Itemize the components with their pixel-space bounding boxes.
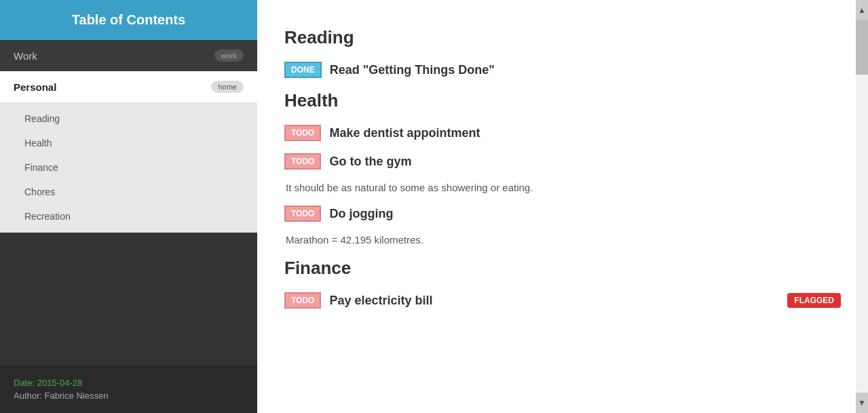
sidebar-section-personal-badge: home — [211, 81, 244, 93]
task-left: TODO Pay electricity bill — [284, 292, 433, 309]
task-note: Marathon = 42.195 kilometres. — [286, 234, 841, 245]
badge-todo: TODO — [284, 292, 321, 309]
badge-todo: TODO — [284, 153, 321, 170]
badge-done: DONE — [284, 62, 322, 78]
badge-todo: TODO — [284, 125, 321, 141]
task-text: Make dentist appointment — [329, 126, 480, 140]
footer-date: Date: 2015-04-28 — [14, 378, 244, 388]
section-heading-finance: Finance — [284, 258, 841, 279]
sidebar-subitems: Reading Health Finance Chores Recreation — [0, 102, 257, 233]
sidebar-item-recreation[interactable]: Recreation — [0, 204, 257, 229]
task-row: DONE Read "Getting Things Done" — [284, 62, 841, 78]
section-heading-health: Health — [284, 90, 841, 111]
sidebar-footer: Date: 2015-04-28 Author: Fabrice Niessen — [0, 366, 257, 413]
scroll-arrow-down[interactable]: ▼ — [856, 393, 868, 413]
task-row: TODO Make dentist appointment — [284, 125, 841, 141]
sidebar-header: Table of Contents — [0, 0, 257, 40]
sidebar-section-work-badge: work — [214, 50, 244, 62]
task-left: DONE Read "Getting Things Done" — [284, 62, 495, 78]
task-left: TODO Go to the gym — [284, 153, 411, 170]
main-content[interactable]: Reading DONE Read "Getting Things Done" … — [257, 0, 868, 413]
sidebar-item-chores[interactable]: Chores — [0, 180, 257, 204]
sidebar-section-personal[interactable]: Personal home — [0, 71, 257, 102]
scrollbar-track[interactable] — [856, 20, 868, 393]
scrollbar-thumb[interactable] — [856, 20, 868, 75]
sidebar-item-health[interactable]: Health — [0, 131, 257, 155]
task-row: TODO Do jogging — [284, 205, 841, 222]
sidebar-item-reading[interactable]: Reading — [0, 106, 257, 131]
sidebar-section-personal-label: Personal — [14, 81, 56, 93]
sidebar-section-work-label: Work — [14, 50, 37, 62]
badge-flagged: FLAGGED — [787, 293, 841, 308]
section-heading-reading: Reading — [284, 27, 841, 48]
footer-author: Author: Fabrice Niessen — [14, 391, 244, 401]
task-text: Pay electricity bill — [329, 294, 432, 308]
task-text: Go to the gym — [329, 155, 411, 169]
task-row: TODO Go to the gym — [284, 153, 841, 170]
sidebar: Table of Contents Work work Personal hom… — [0, 0, 257, 413]
task-left: TODO Do jogging — [284, 205, 393, 222]
sidebar-section-work[interactable]: Work work — [0, 40, 257, 71]
scroll-arrow-up[interactable]: ▲ — [856, 0, 868, 20]
task-note: It should be as natural to some as showe… — [286, 182, 841, 193]
task-row: TODO Pay electricity bill FLAGGED — [284, 292, 841, 309]
task-text: Read "Getting Things Done" — [330, 63, 495, 77]
sidebar-item-finance[interactable]: Finance — [0, 155, 257, 180]
badge-todo: TODO — [284, 205, 321, 222]
task-left: TODO Make dentist appointment — [284, 125, 480, 141]
sidebar-title: Table of Contents — [72, 12, 185, 27]
task-text: Do jogging — [329, 207, 393, 221]
